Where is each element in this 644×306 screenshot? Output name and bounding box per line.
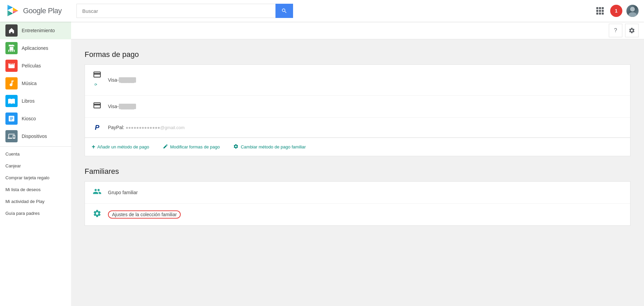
visa-card-icon: [92, 101, 103, 112]
sidebar-link-comprar-tarjeta[interactable]: Comprar tarjeta regalo: [0, 172, 71, 184]
visa-sync-icon: ⟳: [92, 70, 103, 90]
payment-card: ⟳ Visa-████ Visa-████: [85, 64, 630, 156]
music-icon: [8, 80, 15, 87]
search-button[interactable]: [275, 4, 293, 18]
avatar-image: [626, 5, 639, 17]
devices-icon: [8, 132, 15, 140]
sidebar-item-movies[interactable]: Películas: [0, 57, 71, 75]
change-family-payment-link[interactable]: Cambiar método de pago familiar: [233, 144, 306, 150]
paypal-icon: P: [92, 123, 103, 132]
sidebar-item-music[interactable]: Música: [0, 75, 71, 92]
notification-button[interactable]: 1: [610, 5, 622, 17]
gear-icon: [233, 144, 239, 149]
family-settings-label-circled[interactable]: Ajustes de la colección familiar: [108, 210, 181, 219]
credit-card-icon: [93, 101, 102, 110]
avatar-silhouette: [626, 5, 639, 17]
family-payment-gear-icon: [233, 144, 239, 150]
home-icon: [8, 27, 15, 34]
sidebar-item-label-books: Libros: [22, 98, 35, 104]
play-logo-icon: [5, 3, 20, 18]
settings-button[interactable]: [625, 24, 639, 37]
family-group-icon: [92, 187, 103, 198]
help-icon: ?: [614, 27, 617, 34]
layout: Entretenimiento Aplicaciones Películas: [0, 22, 644, 306]
main-area: ? Formas de pago ⟳: [71, 22, 644, 306]
sidebar-item-apps[interactable]: Aplicaciones: [0, 39, 71, 57]
content-area: Formas de pago ⟳ Visa-████: [71, 39, 644, 306]
sidebar-item-home[interactable]: Entretenimiento: [0, 22, 71, 39]
subheader: ?: [71, 22, 644, 39]
visa1-text: Visa-████: [108, 77, 136, 83]
sidebar-item-label-apps: Aplicaciones: [22, 45, 48, 51]
family-group-label: Grupo familiar: [108, 190, 138, 195]
android-icon: [8, 44, 15, 52]
sidebar-link-lista-deseos[interactable]: Mi lista de deseos: [0, 184, 71, 196]
help-button[interactable]: ?: [609, 24, 622, 37]
user-avatar[interactable]: [626, 5, 639, 17]
payment-row-paypal: P PayPal: ●●●●●●●●●●●●●@gmail.com: [85, 118, 630, 138]
waffle-grid-icon: [596, 7, 604, 15]
payment-section-title: Formas de pago: [85, 50, 630, 59]
svg-point-4: [630, 7, 635, 12]
family-section-title: Familiares: [85, 167, 630, 176]
sidebar-item-label-home: Entretenimiento: [22, 28, 55, 33]
group-people-icon: [93, 187, 102, 196]
home-icon-box: [5, 24, 18, 37]
credit-card-sync-icon: [93, 70, 102, 79]
family-settings-gear-icon: [92, 209, 103, 220]
settings-icon: [628, 27, 635, 34]
header: Google Play 1: [0, 0, 644, 22]
visa2-text: Visa-████: [108, 104, 136, 109]
movies-icon-box: [5, 60, 18, 72]
sidebar-item-kiosk[interactable]: Kiosco: [0, 110, 71, 127]
logo-text: Google Play: [23, 6, 62, 15]
svg-marker-2: [13, 7, 18, 11]
paypal-text: PayPal: ●●●●●●●●●●●●●@gmail.com: [108, 125, 185, 130]
logo-area: Google Play: [5, 3, 76, 18]
music-icon-box: [5, 77, 18, 89]
sidebar-item-label-kiosk: Kiosco: [22, 116, 36, 121]
family-card: Grupo familiar Ajustes de la colección f…: [85, 181, 630, 226]
payment-actions-row: + Añadir un método de pago Modificar for…: [85, 138, 630, 156]
devices-icon-box: [5, 130, 18, 142]
sidebar-item-label-music: Música: [22, 81, 37, 86]
settings-gear-icon: [93, 209, 102, 218]
search-input[interactable]: [76, 4, 275, 18]
pencil-icon: [163, 144, 168, 149]
apps-icon-box: [5, 42, 18, 54]
add-icon: +: [92, 143, 95, 150]
kiosk-icon: [8, 115, 15, 122]
apps-grid-button[interactable]: [594, 5, 606, 17]
svg-marker-0: [7, 5, 13, 10]
sidebar-link-guia-padres[interactable]: Guía para padres: [0, 207, 71, 219]
sidebar-link-actividad[interactable]: Mi actividad de Play: [0, 196, 71, 207]
payment-row-visa2: Visa-████: [85, 96, 630, 118]
svg-marker-1: [7, 10, 13, 16]
modify-payment-link[interactable]: Modificar formas de pago: [163, 144, 220, 150]
sidebar-item-label-movies: Películas: [22, 63, 41, 68]
search-area: [76, 4, 293, 18]
svg-marker-3: [13, 11, 18, 14]
sidebar-item-label-devices: Dispositivos: [22, 134, 47, 139]
edit-icon: [163, 144, 168, 150]
books-icon-box: [5, 95, 18, 107]
header-right: 1: [594, 5, 639, 17]
search-icon: [281, 8, 287, 14]
kiosk-icon-box: [5, 113, 18, 125]
payment-row-visa1: ⟳ Visa-████: [85, 65, 630, 96]
family-group-row: Grupo familiar: [85, 182, 630, 204]
sidebar: Entretenimiento Aplicaciones Películas: [0, 22, 71, 306]
family-settings-row: Ajustes de la colección familiar: [85, 204, 630, 225]
books-icon: [8, 97, 15, 105]
sidebar-divider: [0, 146, 71, 147]
sidebar-link-cuenta[interactable]: Cuenta: [0, 148, 71, 160]
svg-point-5: [628, 12, 637, 17]
movies-icon: [8, 62, 15, 69]
sidebar-item-books[interactable]: Libros: [0, 92, 71, 110]
add-payment-method-link[interactable]: + Añadir un método de pago: [92, 143, 149, 150]
sidebar-item-devices[interactable]: Dispositivos: [0, 127, 71, 145]
sidebar-link-canjear[interactable]: Canjear: [0, 160, 71, 172]
